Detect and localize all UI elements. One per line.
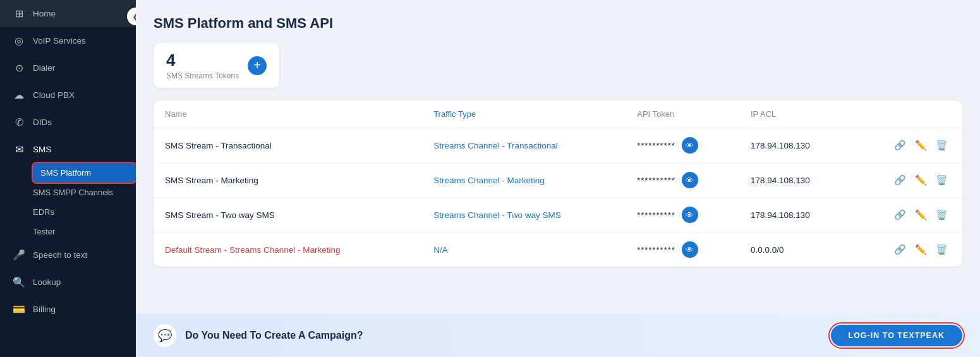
cell-token: ********** 👁	[626, 233, 739, 267]
delete-button[interactable]: 🗑️	[933, 243, 951, 257]
sidebar-item-label: Speech to text	[33, 250, 87, 260]
dialer-icon: ⊙	[13, 62, 25, 74]
sidebar-item-dialer[interactable]: ⊙ Dialer	[0, 54, 136, 82]
cell-ip-acl: 178.94.108.130	[739, 198, 850, 233]
sidebar-item-label: Dialer	[33, 63, 55, 73]
sidebar-item-label: VoIP Services	[33, 36, 86, 45]
cell-token: ********** 👁	[626, 128, 739, 163]
table-row: SMS Stream - Marketing Streams Channel -…	[154, 163, 962, 198]
cell-traffic: N/A	[422, 233, 626, 267]
edit-button[interactable]: ✏️	[912, 138, 930, 152]
sidebar-item-lookup[interactable]: 🔍 Lookup	[0, 269, 136, 296]
sidebar-item-voip[interactable]: ◎ VoIP Services	[0, 27, 136, 54]
edit-button[interactable]: ✏️	[912, 243, 930, 257]
content-area: SMS Platform and SMS API 4 SMS Streams T…	[136, 0, 980, 304]
page-title: SMS Platform and SMS API	[154, 15, 962, 32]
sidebar-item-sms-platform[interactable]: SMS Platform	[33, 163, 136, 183]
speech-icon: 🎤	[13, 249, 25, 261]
sidebar-item-label: Cloud PBX	[33, 90, 75, 100]
col-name: Name	[154, 100, 422, 128]
cell-actions: 🔗 ✏️ 🗑️	[850, 163, 962, 198]
sidebar-item-edrs[interactable]: EDRs	[33, 202, 136, 222]
campaign-icon: 💬	[154, 324, 176, 347]
cell-ip-acl: 0.0.0.0/0	[739, 233, 850, 267]
sidebar-item-sms[interactable]: ✉ SMS	[0, 136, 136, 163]
toggle-token-btn[interactable]: 👁	[682, 207, 698, 223]
cell-token: ********** 👁	[626, 198, 739, 233]
delete-button[interactable]: 🗑️	[933, 138, 951, 152]
col-ip-acl: IP ACL	[739, 100, 850, 128]
cell-actions: 🔗 ✏️ 🗑️	[850, 128, 962, 163]
cell-actions: 🔗 ✏️ 🗑️	[850, 198, 962, 233]
chevron-left-icon: ❮	[132, 11, 136, 21]
col-token: API Token	[626, 100, 739, 128]
delete-button[interactable]: 🗑️	[933, 208, 951, 222]
cell-actions: 🔗 ✏️ 🗑️	[850, 233, 962, 267]
lookup-icon: 🔍	[13, 276, 25, 288]
sidebar-item-cloud-pbx[interactable]: ☁ Cloud PBX	[0, 82, 136, 109]
col-actions	[850, 100, 962, 128]
sidebar-item-label: SMS	[33, 145, 51, 154]
link-button[interactable]: 🔗	[891, 173, 909, 187]
table-row: Default Stream - Streams Channel - Marke…	[154, 233, 962, 267]
link-button[interactable]: 🔗	[891, 138, 909, 152]
cell-name: SMS Stream - Marketing	[154, 163, 422, 198]
table-row: SMS Stream - Two way SMS Streams Channel…	[154, 198, 962, 233]
main-content: SMS Platform and SMS API 4 SMS Streams T…	[136, 0, 980, 357]
token-label: SMS Streams Tokens	[166, 71, 239, 80]
sidebar-item-dids[interactable]: ✆ DIDs	[0, 109, 136, 136]
sms-icon: ✉	[13, 143, 25, 155]
sidebar-item-label: Lookup	[33, 277, 61, 287]
toggle-token-btn[interactable]: 👁	[682, 241, 698, 258]
token-info: 4 SMS Streams Tokens	[166, 51, 239, 80]
link-button[interactable]: 🔗	[891, 243, 909, 257]
cell-name: SMS Stream - Transactional	[154, 128, 422, 163]
sidebar: ❮ ⊞ Home ◎ VoIP Services ⊙ Dialer ☁ Clou…	[0, 0, 136, 357]
sidebar-item-sms-smpp[interactable]: SMS SMPP Channels	[33, 183, 136, 202]
voip-icon: ◎	[13, 35, 25, 47]
campaign-text: Do You Need To Create A Campaign?	[185, 330, 822, 341]
sms-streams-table: Name Traffic Type API Token IP ACL SMS S…	[154, 100, 962, 267]
sidebar-item-speech[interactable]: 🎤 Speech to text	[0, 241, 136, 269]
cell-name: Default Stream - Streams Channel - Marke…	[154, 233, 422, 267]
sidebar-item-label: Home	[33, 9, 56, 18]
sidebar-item-home[interactable]: ⊞ Home	[0, 0, 136, 27]
sidebar-item-billing[interactable]: 💳 Billing	[0, 296, 136, 323]
cloud-pbx-icon: ☁	[13, 89, 25, 101]
cell-name: SMS Stream - Two way SMS	[154, 198, 422, 233]
home-icon: ⊞	[13, 8, 25, 20]
cell-traffic: Streams Channel - Transactional	[422, 128, 626, 163]
tester-label: Tester	[33, 227, 55, 236]
sidebar-item-tester[interactable]: Tester	[33, 222, 136, 241]
cell-ip-acl: 178.94.108.130	[739, 163, 850, 198]
add-token-button[interactable]: +	[248, 56, 267, 75]
toggle-token-btn[interactable]: 👁	[682, 172, 698, 188]
sms-submenu: SMS Platform SMS SMPP Channels EDRs Test…	[0, 163, 136, 241]
col-traffic: Traffic Type	[422, 100, 626, 128]
table-row: SMS Stream - Transactional Streams Chann…	[154, 128, 962, 163]
cell-ip-acl: 178.94.108.130	[739, 128, 850, 163]
cell-traffic: Streams Channel - Marketing	[422, 163, 626, 198]
sms-platform-label: SMS Platform	[40, 168, 91, 178]
sidebar-item-label: DIDs	[33, 118, 52, 127]
link-button[interactable]: 🔗	[891, 208, 909, 222]
plus-icon: +	[253, 58, 261, 73]
edrs-label: EDRs	[33, 207, 54, 217]
sidebar-item-label: Billing	[33, 305, 56, 314]
sms-smpp-label: SMS SMPP Channels	[33, 188, 113, 197]
toggle-token-btn[interactable]: 👁	[682, 137, 698, 154]
edit-button[interactable]: ✏️	[912, 208, 930, 222]
delete-button[interactable]: 🗑️	[933, 173, 951, 187]
campaign-banner: 💬 Do You Need To Create A Campaign? LOG-…	[136, 314, 980, 357]
cell-token: ********** 👁	[626, 163, 739, 198]
cell-traffic: Streams Channel - Two way SMS	[422, 198, 626, 233]
billing-icon: 💳	[13, 303, 25, 315]
login-textpeak-button[interactable]: LOG-IN TO TEXTPEAK	[831, 325, 963, 346]
token-count: 4	[166, 51, 239, 70]
token-card: 4 SMS Streams Tokens +	[154, 43, 279, 88]
dids-icon: ✆	[13, 116, 25, 128]
edit-button[interactable]: ✏️	[912, 173, 930, 187]
